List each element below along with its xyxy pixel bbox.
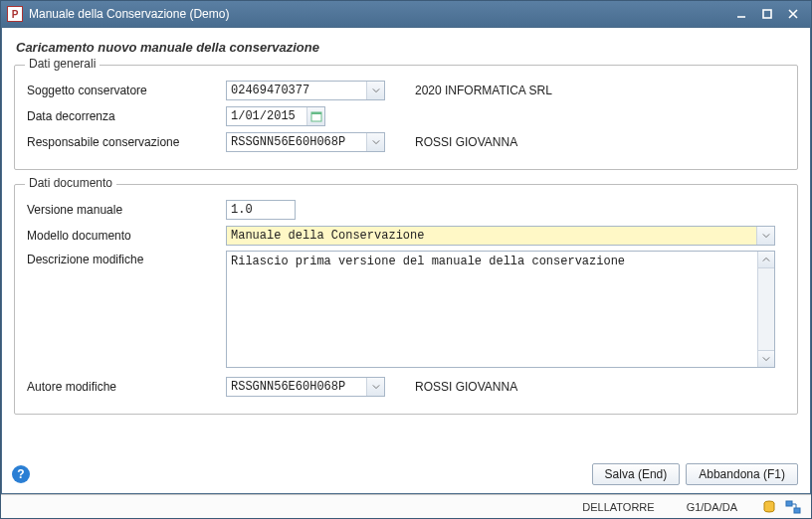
group-dati-documento: Dati documento Versione manuale 1.0 Mode… [14,184,798,415]
page-title: Caricamento nuovo manuale della conserva… [16,40,798,55]
calendar-icon[interactable] [306,107,324,125]
status-context: G1/DA/DA [687,501,737,513]
content-area: Caricamento nuovo manuale della conserva… [1,27,811,494]
soggetto-conservatore-value: 02469470377 [227,84,313,97]
autore-modifiche-value: RSSGNN56E60H068P [227,380,349,394]
help-icon[interactable]: ? [12,465,30,483]
label-responsabile-conservazione: Responsabile conservazione [27,135,226,149]
legend-dati-generali: Dati generali [25,57,100,71]
soggetto-conservatore-combo[interactable]: 02469470377 [226,81,385,100]
save-button[interactable]: Salva (End) [592,463,681,485]
responsabile-conservazione-name: ROSSI GIOVANNA [415,135,517,149]
autore-modifiche-name: ROSSI GIOVANNA [415,380,517,394]
svg-rect-2 [311,112,321,114]
window-title: Manuale della Conservazione (Demo) [29,7,727,21]
chevron-down-icon[interactable] [366,378,384,396]
svg-rect-4 [786,501,792,506]
network-icon[interactable] [785,499,801,515]
scroll-up-icon[interactable] [758,252,774,268]
close-button[interactable] [781,5,805,23]
textarea-scrollbar[interactable] [757,252,774,367]
autore-modifiche-combo[interactable]: RSSGNN56E60H068P [226,377,385,397]
versione-manuale-input[interactable]: 1.0 [226,200,296,220]
modello-documento-combo[interactable]: Manuale della Conservazione [226,226,775,246]
abandon-button[interactable]: Abbandona (F1) [686,463,798,485]
legend-dati-documento: Dati documento [25,176,116,190]
app-window: P Manuale della Conservazione (Demo) Car… [0,0,812,519]
label-versione-manuale: Versione manuale [27,203,226,217]
group-dati-generali: Dati generali Soggetto conservatore 0246… [14,65,798,170]
action-row: ? Salva (End) Abbandona (F1) [14,457,798,485]
titlebar: P Manuale della Conservazione (Demo) [1,1,811,27]
label-soggetto-conservatore: Soggetto conservatore [27,84,226,97]
svg-rect-5 [794,508,800,513]
chevron-down-icon[interactable] [756,227,774,245]
scroll-down-icon[interactable] [758,350,774,367]
status-user: DELLATORRE [582,501,654,513]
label-modello-documento: Modello documento [27,229,226,243]
responsabile-conservazione-combo[interactable]: RSSGNN56E60H068P [226,132,385,152]
modello-documento-value: Manuale della Conservazione [227,229,756,243]
app-icon: P [7,6,23,22]
descrizione-modifiche-value: Rilascio prima versione del manuale dell… [227,252,757,367]
data-decorrenza-value: 1/01/2015 [227,109,306,123]
chevron-down-icon[interactable] [366,82,384,99]
maximize-button[interactable] [755,5,779,23]
data-decorrenza-input[interactable]: 1/01/2015 [226,106,325,126]
label-data-decorrenza: Data decorrenza [27,109,226,123]
label-autore-modifiche: Autore modifiche [27,380,226,394]
responsabile-conservazione-value: RSSGNN56E60H068P [227,135,349,149]
descrizione-modifiche-textarea[interactable]: Rilascio prima versione del manuale dell… [226,251,775,368]
chevron-down-icon[interactable] [366,133,384,151]
svg-rect-0 [763,10,771,18]
soggetto-conservatore-name: 2020 INFORMATICA SRL [415,84,552,97]
minimize-button[interactable] [729,5,753,23]
statusbar: DELLATORRE G1/DA/DA [1,494,811,518]
database-icon[interactable] [761,499,777,515]
label-descrizione-modifiche: Descrizione modifiche [27,251,226,266]
